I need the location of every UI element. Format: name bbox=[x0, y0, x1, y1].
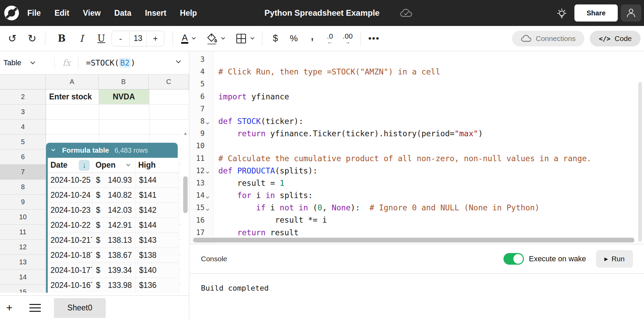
row-number-14[interactable]: 14 bbox=[0, 270, 46, 285]
open-cell[interactable]: $139.34 bbox=[92, 263, 135, 278]
row-number-2[interactable]: 2 bbox=[0, 89, 46, 105]
date-cell[interactable]: 2024-10-24 bbox=[48, 188, 92, 203]
formula-input[interactable]: =STOCK(B2) bbox=[78, 58, 135, 67]
date-cell[interactable]: 2024-10-25 bbox=[48, 173, 92, 187]
table-column-header-high[interactable]: High bbox=[135, 158, 179, 172]
table-column-header-date[interactable]: Date↓ bbox=[48, 158, 93, 172]
fold-chevron-icon[interactable] bbox=[206, 195, 209, 198]
high-cell[interactable]: $144 bbox=[136, 173, 179, 187]
row-number-10[interactable]: 10 bbox=[0, 210, 46, 225]
row-number-9[interactable]: 9 bbox=[0, 195, 46, 210]
font-size-decrease-button[interactable]: - bbox=[112, 31, 129, 46]
high-cell[interactable]: $138 bbox=[136, 248, 179, 263]
share-button[interactable]: Share bbox=[574, 4, 618, 22]
fold-chevron-icon[interactable] bbox=[206, 121, 209, 124]
menu-help[interactable]: Help bbox=[180, 9, 197, 18]
undo-button[interactable]: ↺ bbox=[5, 30, 20, 47]
menu-edit[interactable]: Edit bbox=[55, 9, 69, 18]
editor-vertical-scrollbar[interactable] bbox=[638, 82, 642, 242]
account-avatar-button[interactable] bbox=[621, 4, 641, 22]
italic-button[interactable]: I bbox=[74, 30, 89, 47]
underline-button[interactable]: U bbox=[94, 30, 109, 47]
chevron-down-icon[interactable] bbox=[127, 162, 130, 166]
date-cell[interactable]: 2024-10-21T bbox=[48, 233, 92, 248]
bold-button[interactable]: B bbox=[54, 30, 69, 47]
run-button[interactable]: ▶ Run bbox=[596, 250, 633, 267]
editor-horizontal-scrollbar[interactable] bbox=[193, 238, 634, 242]
menu-insert[interactable]: Insert bbox=[145, 9, 166, 18]
sheet-menu-icon[interactable] bbox=[29, 304, 44, 312]
high-cell[interactable]: $140 bbox=[136, 263, 179, 278]
scroll-up-icon[interactable]: ▲ bbox=[182, 130, 189, 136]
fold-chevron-icon[interactable] bbox=[206, 207, 209, 211]
row-number-8[interactable]: 8 bbox=[0, 180, 46, 195]
column-header-a[interactable]: A bbox=[46, 74, 99, 89]
fx-icon[interactable]: fx bbox=[55, 58, 78, 68]
formula-expand-chevron-icon[interactable] bbox=[176, 58, 181, 63]
table-column-header-open[interactable]: Open bbox=[93, 158, 135, 172]
high-cell[interactable]: $136 bbox=[136, 278, 179, 293]
app-logo-icon[interactable] bbox=[4, 5, 19, 20]
cell-a2[interactable]: Enter stock bbox=[46, 89, 99, 105]
date-cell[interactable]: 2024-10-16T bbox=[48, 278, 92, 293]
row-number-4[interactable]: 4 bbox=[0, 120, 46, 135]
font-size-increase-button[interactable]: + bbox=[147, 31, 164, 46]
row-number-6[interactable]: 6 bbox=[0, 150, 46, 165]
row-number-11[interactable]: 11 bbox=[0, 225, 46, 240]
cell-type-selector[interactable]: Table bbox=[0, 58, 55, 67]
date-cell[interactable]: 2024-10-23 bbox=[48, 203, 92, 218]
font-size-value[interactable]: 13 bbox=[129, 31, 147, 46]
theme-lightbulb-icon[interactable] bbox=[556, 7, 568, 20]
column-header-c[interactable]: C bbox=[149, 74, 189, 89]
open-cell[interactable]: $138.67 bbox=[92, 248, 135, 263]
open-cell[interactable]: $142.91 bbox=[92, 218, 135, 233]
collapse-chevron-icon[interactable] bbox=[51, 148, 55, 151]
open-cell[interactable]: $138.13 bbox=[92, 233, 135, 248]
high-cell[interactable]: $141 bbox=[136, 188, 179, 203]
vertical-scroll-thumb[interactable] bbox=[183, 176, 188, 213]
currency-format-button[interactable]: $ bbox=[268, 30, 283, 47]
percent-format-button[interactable]: % bbox=[286, 30, 301, 47]
document-title[interactable]: Python Spreadsheet Example bbox=[264, 8, 379, 18]
open-cell[interactable]: $140.93 bbox=[92, 173, 135, 187]
fold-chevron-icon[interactable] bbox=[206, 170, 209, 174]
menu-file[interactable]: File bbox=[27, 9, 41, 18]
open-cell[interactable]: $140.82 bbox=[92, 188, 135, 203]
code-text-area[interactable]: # Click Run, then type =STOCK("AMZN") in… bbox=[218, 51, 644, 239]
grid-vertical-scrollbar[interactable]: ▲ ▼ bbox=[182, 128, 189, 293]
sheet-tab[interactable]: Sheet0 bbox=[54, 298, 106, 318]
open-cell[interactable]: $142.03 bbox=[92, 203, 135, 218]
open-cell[interactable]: $133.98 bbox=[92, 278, 135, 293]
borders-button[interactable] bbox=[233, 33, 257, 44]
connections-button[interactable]: Connections bbox=[512, 31, 585, 46]
execute-on-wake-toggle[interactable] bbox=[503, 253, 524, 265]
increase-decimals-button[interactable]: .00 → bbox=[340, 30, 355, 47]
menu-view[interactable]: View bbox=[83, 9, 101, 18]
decrease-decimals-button[interactable]: .0 ← bbox=[322, 30, 337, 47]
row-number-13[interactable]: 13 bbox=[0, 255, 46, 270]
row-number-12[interactable]: 12 bbox=[0, 240, 46, 255]
high-cell[interactable]: $142 bbox=[136, 203, 179, 218]
cell-b2[interactable]: NVDA bbox=[99, 89, 149, 105]
grid-corner-cell[interactable] bbox=[0, 74, 46, 89]
code-panel-button[interactable]: </> Code bbox=[590, 31, 641, 46]
more-options-button[interactable]: ••• bbox=[366, 30, 381, 47]
row-number-7[interactable]: 7 bbox=[0, 165, 46, 180]
row-number-3[interactable]: 3 bbox=[0, 105, 46, 120]
high-cell[interactable]: $143 bbox=[136, 233, 179, 248]
redo-button[interactable]: ↻ bbox=[25, 30, 40, 47]
high-cell[interactable]: $144 bbox=[136, 218, 179, 233]
date-cell[interactable]: 2024-10-17T bbox=[48, 263, 92, 278]
sort-descending-icon[interactable]: ↓ bbox=[79, 160, 90, 171]
comma-format-button[interactable]: , bbox=[305, 30, 320, 47]
fill-color-button[interactable] bbox=[203, 32, 227, 45]
text-color-button[interactable]: A bbox=[178, 33, 198, 44]
row-number-15[interactable]: 15 bbox=[0, 285, 46, 293]
add-sheet-button[interactable]: + bbox=[6, 302, 20, 314]
date-cell[interactable]: 2024-10-22 bbox=[48, 218, 92, 233]
row-number-5[interactable]: 5 bbox=[0, 135, 46, 150]
menu-data[interactable]: Data bbox=[114, 9, 131, 18]
formula-table-banner[interactable]: Formula table 6,483 rows bbox=[46, 143, 178, 158]
column-header-b[interactable]: B bbox=[99, 74, 149, 89]
date-cell[interactable]: 2024-10-18T bbox=[48, 248, 92, 263]
